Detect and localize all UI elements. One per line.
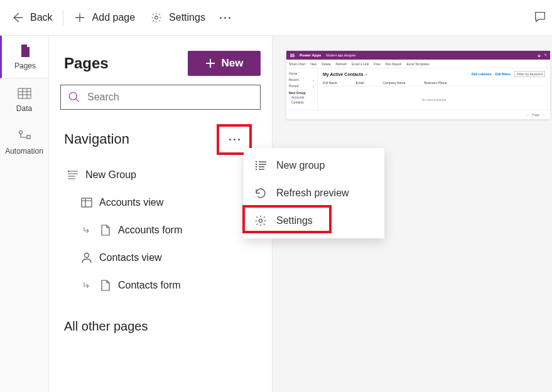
menu-item-label: Settings [276,215,313,226]
preview-side-pinned: Pinned⌄ [289,83,315,89]
rail-label-data: Data [16,104,32,113]
top-toolbar: Back Add page Settings [0,0,552,36]
tree-item-label: Contacts form [118,280,181,291]
comments-button[interactable] [533,10,547,26]
plus-icon [205,58,215,68]
preview-app-title: Power Apps [300,53,321,57]
navigation-tree: New Group Accounts view Accounts form Co… [49,159,272,302]
tree-item-accounts-view[interactable]: Accounts view [55,189,266,216]
tree-group[interactable]: New Group [55,161,266,189]
preview-app-subtitle: Modern app designer [326,53,355,57]
plus-icon [73,11,86,24]
svg-point-5 [68,171,69,172]
preview-command-bar: Show Chart New Delete Refresh Email a Li… [286,60,550,68]
table-icon [80,198,93,208]
group-icon [67,170,79,180]
back-arrow-icon [11,11,24,24]
add-page-label: Add page [92,12,136,23]
preview-side-recent: Recent⌄ [289,77,315,83]
navigation-header: Navigation [49,120,272,159]
toolbar-divider [63,9,63,26]
search-icon [67,90,81,104]
all-other-pages-title: All other pages [49,302,272,351]
automation-icon [18,129,31,143]
preview-side-contacts: Contacts [289,100,315,105]
tree-item-label: Contacts view [99,252,162,263]
col-phone: Business Phone [424,81,446,85]
cmd-delete: Delete [322,62,330,66]
more-toolbar-button[interactable] [213,5,238,30]
preview-view-title-row: My Active Contacts ⌄ Edit columns Edit f… [323,71,545,77]
search-box[interactable] [60,85,261,110]
preview-side-accounts: Accounts [289,95,315,100]
tree-item-contacts-form[interactable]: Contacts form [55,272,266,299]
hamburger-icon [290,54,295,57]
ellipsis-icon [220,17,230,19]
preview-filter-box: Filter by keyword [514,71,545,77]
svg-point-7 [85,253,89,258]
preview-titlebar: Power Apps Modern app designer ⊕? [286,51,550,60]
preview-paging: ← Page → [286,110,550,119]
rail-label-pages: Pages [14,61,36,70]
add-page-button[interactable]: Add page [66,0,143,35]
svg-point-2 [19,131,22,134]
gear-icon [150,11,163,24]
svg-rect-6 [82,198,92,207]
col-fullname: Full Name [323,81,337,85]
refresh-icon [254,187,268,199]
left-rail: Pages Data Automation [0,36,49,392]
tree-item-label: Accounts view [99,197,163,208]
cmd-email-link: Email a Link [352,62,369,66]
rail-label-automation: Automation [5,147,43,156]
rail-item-data[interactable]: Data [0,78,48,121]
preview-side-home: Home [289,70,315,77]
tree-item-label: Accounts form [118,225,182,236]
svg-point-0 [155,16,158,19]
col-email: Email [356,81,364,85]
preview-edit-columns: Edit columns [472,72,491,76]
menu-item-refresh-preview[interactable]: Refresh preview [244,179,384,207]
tree-item-contacts-view[interactable]: Contacts view [55,244,266,272]
search-input[interactable] [87,92,260,103]
person-icon [80,252,93,263]
menu-item-new-group[interactable]: New group [244,152,384,179]
svg-rect-1 [18,88,31,98]
preview-edit-filters: Edit filters [495,72,510,76]
svg-point-8 [259,219,262,222]
new-button-label: New [222,57,244,70]
pages-header: Pages New [49,36,272,85]
back-button[interactable]: Back [4,0,60,35]
menu-item-label: Refresh preview [276,188,349,199]
svg-point-4 [69,92,77,100]
page-icon [99,225,112,236]
data-icon [18,87,31,100]
svg-rect-3 [27,135,30,139]
new-button[interactable]: New [188,51,261,76]
preview-sidebar: Home Recent⌄ Pinned⌄ New Group Accounts … [286,68,318,110]
cmd-run-report: Run Report [386,62,402,66]
new-group-icon [254,161,268,171]
preview-no-data: No data available [323,87,545,102]
subpage-arrow-icon [80,281,93,290]
menu-item-label: New group [276,160,325,171]
preview-body: Home Recent⌄ Pinned⌄ New Group Accounts … [286,68,550,110]
page-icon [99,280,112,291]
settings-button[interactable]: Settings [143,0,213,35]
ellipsis-icon [229,139,240,140]
pages-icon [18,44,32,58]
pages-panel-title: Pages [64,55,109,72]
navigation-context-menu: New group Refresh preview Settings [244,148,384,238]
navigation-title: Navigation [64,131,129,147]
preview-table-header: Full Name Email Company Name Business Ph… [323,80,545,87]
gear-icon [254,215,268,227]
menu-item-settings[interactable]: Settings [244,207,384,235]
tree-item-accounts-form[interactable]: Accounts form [55,216,266,244]
col-company: Company Name [382,81,405,85]
settings-label: Settings [169,12,205,23]
rail-item-pages[interactable]: Pages [0,36,48,78]
cmd-refresh: Refresh [336,62,347,66]
chevron-down-icon: ⌄ [365,72,367,76]
rail-item-automation[interactable]: Automation [0,121,48,164]
preview-titlebar-right: ⊕? [538,53,546,58]
preview-window: Power Apps Modern app designer ⊕? Show C… [286,51,550,119]
